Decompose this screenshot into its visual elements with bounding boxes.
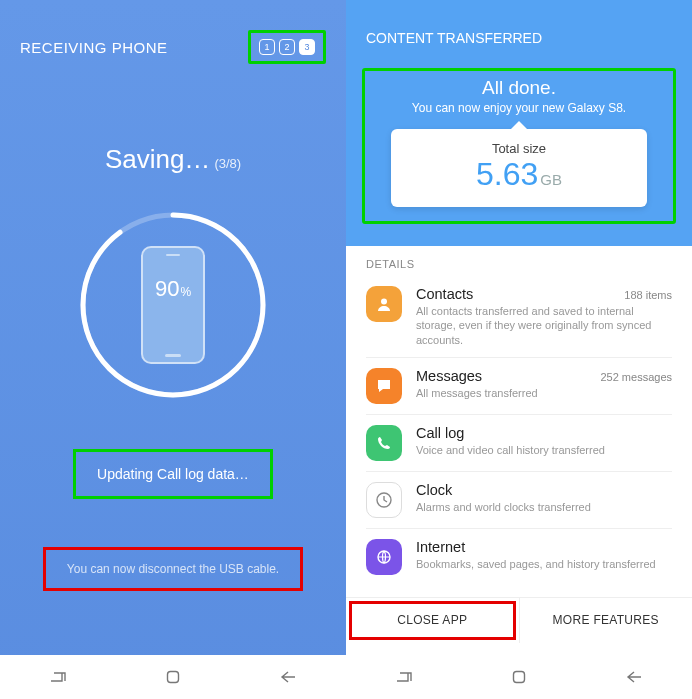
detail-title: Clock bbox=[416, 482, 452, 498]
recent-apps-icon[interactable] bbox=[49, 668, 67, 686]
phone-icon bbox=[141, 246, 205, 364]
percent-value: 90 bbox=[155, 276, 179, 302]
close-app-button[interactable]: CLOSE APP bbox=[346, 598, 519, 643]
content-transferred-title: CONTENT TRANSFERRED bbox=[346, 0, 692, 62]
saving-label: Saving… bbox=[105, 144, 211, 175]
details-heading: DETAILS bbox=[346, 246, 692, 276]
done-subtitle: You can now enjoy your new Galaxy S8. bbox=[373, 101, 665, 115]
saving-count: (3/8) bbox=[214, 156, 241, 171]
detail-item-contacts[interactable]: Contacts 188 items All contacts transfer… bbox=[366, 276, 672, 358]
messages-icon bbox=[366, 368, 402, 404]
detail-desc: Bookmarks, saved pages, and history tran… bbox=[416, 557, 672, 571]
home-icon[interactable] bbox=[510, 668, 528, 686]
back-icon[interactable] bbox=[625, 668, 643, 686]
calllog-icon bbox=[366, 425, 402, 461]
status-message: Updating Call log data… bbox=[73, 449, 273, 499]
progress-circle: 90 % bbox=[73, 205, 273, 405]
detail-desc: All contacts transferred and saved to in… bbox=[416, 304, 672, 347]
step-indicator: 1 2 3 bbox=[248, 30, 326, 64]
detail-item-clock[interactable]: Clock Alarms and world clocks transferre… bbox=[366, 472, 672, 529]
detail-title: Contacts bbox=[416, 286, 473, 302]
detail-desc: Voice and video call history transferred bbox=[416, 443, 672, 457]
contacts-icon bbox=[366, 286, 402, 322]
done-screen: CONTENT TRANSFERRED All done. You can no… bbox=[346, 0, 692, 699]
receiving-screen: RECEIVING PHONE 1 2 3 Saving… (3/8) 90 %… bbox=[0, 0, 346, 699]
clock-icon bbox=[366, 482, 402, 518]
svg-rect-2 bbox=[167, 672, 178, 683]
step-1: 1 bbox=[259, 39, 275, 55]
size-value: 5.63 bbox=[476, 156, 538, 192]
step-2: 2 bbox=[279, 39, 295, 55]
detail-item-messages[interactable]: Messages 252 messages All messages trans… bbox=[366, 358, 672, 415]
recent-apps-icon[interactable] bbox=[395, 668, 413, 686]
usb-message: You can now disconnect the USB cable. bbox=[43, 547, 303, 591]
detail-desc: All messages transferred bbox=[416, 386, 672, 400]
footer-buttons: CLOSE APP MORE FEATURES bbox=[346, 597, 692, 643]
home-icon[interactable] bbox=[164, 668, 182, 686]
detail-title: Internet bbox=[416, 539, 465, 555]
details-list[interactable]: Contacts 188 items All contacts transfer… bbox=[346, 276, 692, 585]
total-size-card: Total size 5.63GB bbox=[391, 129, 647, 207]
nav-bar-left bbox=[0, 655, 346, 699]
step-3: 3 bbox=[299, 39, 315, 55]
nav-bar-right bbox=[346, 655, 692, 699]
size-unit: GB bbox=[540, 171, 562, 188]
more-features-button[interactable]: MORE FEATURES bbox=[519, 598, 693, 643]
detail-title: Messages bbox=[416, 368, 482, 384]
detail-item-internet[interactable]: Internet Bookmarks, saved pages, and his… bbox=[366, 529, 672, 585]
back-icon[interactable] bbox=[279, 668, 297, 686]
done-title: All done. bbox=[373, 77, 665, 99]
progress-percent: 90 % bbox=[155, 276, 191, 302]
detail-desc: Alarms and world clocks transferred bbox=[416, 500, 672, 514]
detail-item-calllog[interactable]: Call log Voice and video call history tr… bbox=[366, 415, 672, 472]
svg-rect-6 bbox=[513, 671, 524, 682]
done-summary: All done. You can now enjoy your new Gal… bbox=[362, 68, 676, 224]
detail-count: 252 messages bbox=[600, 371, 672, 383]
size-label: Total size bbox=[391, 141, 647, 156]
detail-title: Call log bbox=[416, 425, 464, 441]
detail-count: 188 items bbox=[624, 289, 672, 301]
svg-point-3 bbox=[381, 299, 387, 305]
receiving-title: RECEIVING PHONE bbox=[20, 39, 168, 56]
internet-icon bbox=[366, 539, 402, 575]
percent-symbol: % bbox=[180, 285, 191, 299]
